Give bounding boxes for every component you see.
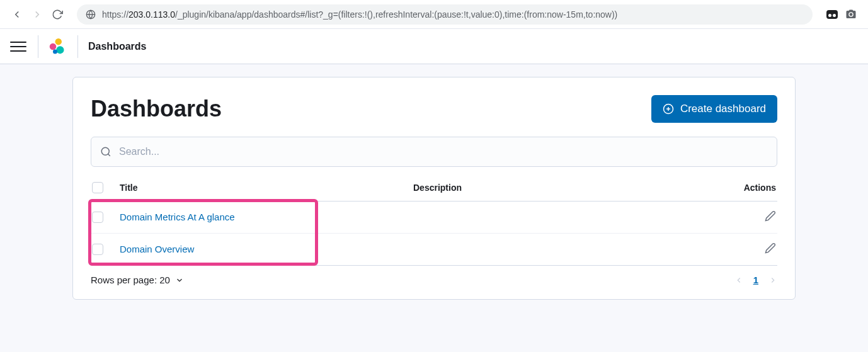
table-header: Title Description Actions [91,182,777,202]
select-all-checkbox[interactable] [92,182,103,193]
next-page-button[interactable] [768,276,777,285]
row-checkbox[interactable] [92,212,103,223]
url-bar[interactable]: https://203.0.113.0/_plugin/kibana/app/d… [77,4,813,25]
svg-point-9 [101,147,109,155]
reload-button[interactable] [52,9,63,20]
search-input[interactable] [119,146,768,157]
pagination: 1 [734,275,777,285]
create-button-label: Create dashboard [680,103,766,115]
dashboards-panel: Dashboards Create dashboard Title Descri… [72,77,796,300]
table-footer: Rows per page: 20 1 [91,266,777,285]
camera-icon[interactable] [845,9,857,20]
kibana-logo-icon[interactable] [49,38,66,55]
globe-icon [86,9,96,20]
divider [77,35,78,58]
forward-button[interactable] [31,9,43,20]
table-row: Domain Overview [91,234,777,266]
row-checkbox[interactable] [92,244,103,255]
prev-page-button[interactable] [734,276,743,285]
extension-icon[interactable] [826,10,838,19]
chevron-down-icon [175,276,184,285]
svg-point-5 [53,49,57,54]
search-icon [100,146,111,157]
svg-point-2 [55,38,62,45]
rows-per-page-select[interactable]: Rows per page: 20 [91,275,184,285]
rows-per-page-label: Rows per page: 20 [91,275,170,285]
pencil-icon[interactable] [765,210,776,222]
column-actions: Actions [726,183,776,193]
search-box[interactable] [91,137,777,167]
divider [38,35,38,58]
page-title: Dashboards [91,96,222,122]
app-header: Dashboards [0,29,868,64]
create-dashboard-button[interactable]: Create dashboard [651,95,777,123]
browser-toolbar: https://203.0.113.0/_plugin/kibana/app/d… [0,0,868,29]
url-text: https://203.0.113.0/_plugin/kibana/app/d… [102,9,617,20]
plus-circle-icon [663,103,674,115]
svg-point-3 [50,43,57,50]
back-button[interactable] [11,9,23,20]
svg-point-4 [56,46,64,54]
dashboard-link[interactable]: Domain Overview [120,244,194,254]
breadcrumb[interactable]: Dashboards [88,41,146,52]
dashboard-link[interactable]: Domain Metrics At A glance [120,212,235,222]
pencil-icon[interactable] [765,242,776,254]
page-number[interactable]: 1 [753,275,758,285]
column-description[interactable]: Description [413,183,726,193]
table-row: Domain Metrics At A glance [91,202,777,234]
column-title[interactable]: Title [120,183,413,193]
svg-line-10 [108,154,110,156]
menu-toggle-button[interactable] [10,38,26,55]
